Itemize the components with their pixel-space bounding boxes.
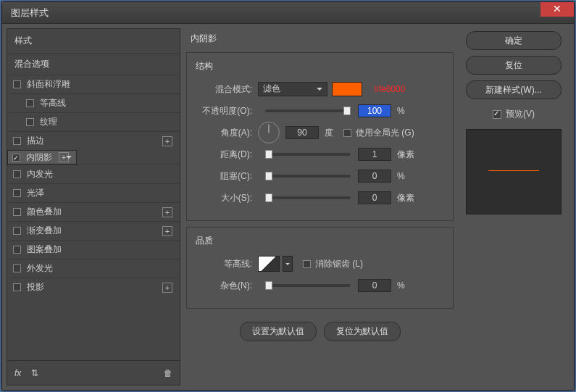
opacity-label: 不透明度(O): bbox=[196, 105, 258, 117]
style-item-8[interactable]: 渐变叠加+ bbox=[7, 221, 180, 240]
style-item-0[interactable]: 斜面和浮雕 bbox=[7, 75, 180, 93]
noise-field[interactable]: 0 bbox=[358, 279, 391, 292]
style-item-7[interactable]: 颜色叠加+ bbox=[7, 202, 180, 221]
distance-unit: 像素 bbox=[397, 149, 414, 161]
structure-title: 结构 bbox=[196, 60, 444, 72]
style-label: 纹理 bbox=[40, 116, 57, 128]
titlebar[interactable]: 图层样式 ✕ bbox=[2, 2, 574, 24]
style-checkbox[interactable] bbox=[13, 137, 21, 145]
blend-mode-select[interactable]: 滤色 bbox=[258, 82, 327, 96]
style-label: 投影 bbox=[27, 281, 44, 293]
layer-style-window: 图层样式 ✕ 样式 混合选项 斜面和浮雕等高线纹理描边+内阴影+内发光光泽颜色叠… bbox=[1, 1, 575, 391]
style-item-6[interactable]: 光泽 bbox=[7, 183, 180, 202]
quality-group: 品质 等高线: 消除锯齿 (L) 杂色(N): 0 % bbox=[186, 227, 454, 309]
style-checkbox[interactable] bbox=[12, 154, 20, 162]
angle-dial[interactable] bbox=[258, 122, 280, 143]
blend-options[interactable]: 混合选项 bbox=[7, 53, 180, 75]
fx-label[interactable]: fx bbox=[14, 368, 21, 378]
distance-label: 距离(D): bbox=[196, 149, 258, 161]
style-label: 内阴影 bbox=[26, 151, 52, 164]
styles-footer: fx ⇅ 🗑 bbox=[7, 360, 180, 385]
noise-unit: % bbox=[397, 280, 405, 291]
styles-panel: 样式 混合选项 斜面和浮雕等高线纹理描边+内阴影+内发光光泽颜色叠加+渐变叠加+… bbox=[7, 28, 180, 385]
style-checkbox[interactable] bbox=[13, 208, 21, 216]
style-item-2[interactable]: 纹理 bbox=[7, 112, 180, 131]
style-checkbox[interactable] bbox=[13, 264, 21, 272]
effect-title: 内阴影 bbox=[186, 31, 454, 46]
action-panel: 确定 复位 新建样式(W)... 预览(V) bbox=[462, 28, 569, 385]
add-icon[interactable]: + bbox=[59, 152, 69, 162]
color-swatch[interactable] bbox=[332, 82, 362, 96]
style-checkbox[interactable] bbox=[13, 189, 21, 197]
contour-label: 等高线: bbox=[196, 258, 258, 270]
contour-dropdown[interactable] bbox=[283, 256, 293, 272]
antialias-label: 消除锯齿 (L) bbox=[315, 258, 363, 270]
window-title: 图层样式 bbox=[11, 7, 49, 20]
choke-label: 阻塞(C): bbox=[196, 170, 258, 183]
size-label: 大小(S): bbox=[196, 192, 258, 204]
distance-field[interactable]: 1 bbox=[358, 148, 391, 161]
style-checkbox[interactable] bbox=[13, 283, 21, 291]
style-label: 光泽 bbox=[27, 187, 44, 199]
reset-default-button[interactable]: 复位为默认值 bbox=[324, 322, 401, 341]
noise-slider[interactable] bbox=[265, 284, 351, 287]
structure-group: 结构 混合模式: 滤色 #fe6000 不透明度(O): 100 % 角度(A)… bbox=[186, 52, 454, 221]
opacity-field[interactable]: 100 bbox=[358, 104, 391, 117]
ok-button[interactable]: 确定 bbox=[466, 31, 562, 50]
preview-label: 预览(V) bbox=[506, 108, 535, 120]
angle-label: 角度(A): bbox=[196, 127, 258, 139]
style-label: 内发光 bbox=[27, 168, 53, 180]
style-checkbox[interactable] bbox=[26, 118, 34, 126]
arrows-icon[interactable]: ⇅ bbox=[31, 368, 38, 378]
defaults-row: 设置为默认值 复位为默认值 bbox=[186, 322, 454, 341]
size-slider[interactable] bbox=[265, 196, 351, 199]
choke-unit: % bbox=[397, 171, 405, 181]
style-label: 图案叠加 bbox=[27, 243, 62, 256]
add-icon[interactable]: + bbox=[162, 207, 172, 217]
style-item-1[interactable]: 等高线 bbox=[7, 93, 180, 112]
set-default-button[interactable]: 设置为默认值 bbox=[240, 322, 317, 341]
close-button[interactable]: ✕ bbox=[540, 2, 574, 17]
preview-checkbox[interactable] bbox=[493, 110, 501, 119]
choke-field[interactable]: 0 bbox=[358, 170, 391, 183]
dialog-body: 样式 混合选项 斜面和浮雕等高线纹理描边+内阴影+内发光光泽颜色叠加+渐变叠加+… bbox=[2, 24, 574, 390]
style-label: 颜色叠加 bbox=[27, 206, 62, 218]
style-checkbox[interactable] bbox=[13, 227, 21, 235]
style-item-5[interactable]: 内发光 bbox=[7, 164, 180, 183]
distance-slider[interactable] bbox=[265, 153, 351, 156]
global-light-label: 使用全局光 (G) bbox=[356, 127, 414, 139]
choke-slider[interactable] bbox=[265, 175, 351, 178]
preview-thumbnail bbox=[466, 129, 562, 214]
opacity-unit: % bbox=[397, 106, 405, 116]
add-icon[interactable]: + bbox=[162, 226, 172, 236]
preview-row: 预览(V) bbox=[493, 108, 535, 120]
style-item-10[interactable]: 外发光 bbox=[7, 259, 180, 278]
style-checkbox[interactable] bbox=[13, 80, 21, 88]
add-icon[interactable]: + bbox=[162, 136, 172, 146]
styles-header: 样式 bbox=[7, 29, 180, 53]
style-checkbox[interactable] bbox=[13, 246, 21, 254]
size-field[interactable]: 0 bbox=[358, 191, 391, 204]
noise-label: 杂色(N): bbox=[196, 280, 258, 292]
angle-field[interactable]: 90 bbox=[285, 126, 319, 139]
quality-title: 品质 bbox=[196, 235, 444, 247]
style-item-3[interactable]: 描边+ bbox=[7, 131, 180, 150]
style-item-11[interactable]: 投影+ bbox=[7, 278, 180, 296]
style-label: 外发光 bbox=[27, 262, 53, 275]
style-checkbox[interactable] bbox=[13, 170, 21, 178]
blend-mode-label: 混合模式: bbox=[196, 83, 258, 96]
style-item-9[interactable]: 图案叠加 bbox=[7, 240, 180, 259]
color-annotation: #fe6000 bbox=[374, 84, 405, 94]
style-label: 斜面和浮雕 bbox=[27, 78, 70, 91]
add-icon[interactable]: + bbox=[162, 283, 172, 293]
trash-icon[interactable]: 🗑 bbox=[164, 368, 172, 378]
style-checkbox[interactable] bbox=[26, 99, 34, 107]
size-unit: 像素 bbox=[397, 192, 414, 204]
new-style-button[interactable]: 新建样式(W)... bbox=[466, 80, 562, 99]
cancel-button[interactable]: 复位 bbox=[466, 56, 562, 75]
contour-picker[interactable] bbox=[258, 256, 280, 272]
opacity-slider[interactable] bbox=[265, 109, 351, 112]
style-item-4[interactable]: 内阴影+ bbox=[7, 150, 77, 164]
antialias-checkbox[interactable] bbox=[303, 260, 311, 268]
global-light-checkbox[interactable] bbox=[343, 129, 351, 137]
